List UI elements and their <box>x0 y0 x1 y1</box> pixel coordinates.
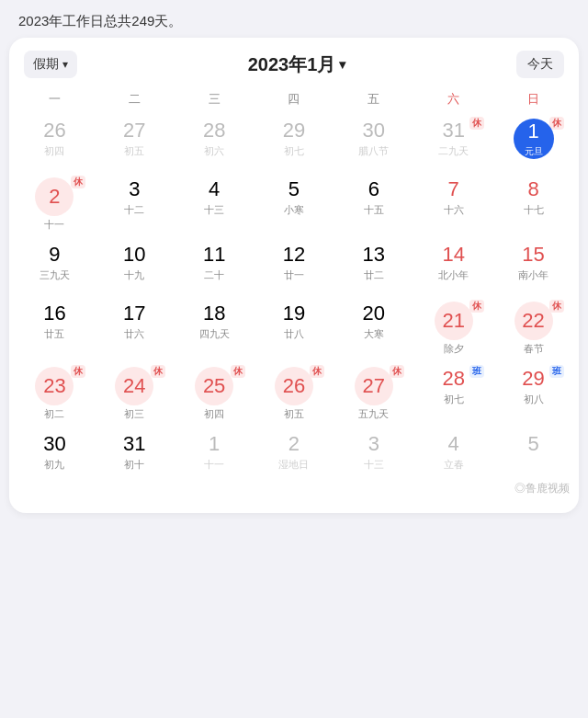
rest-badge: 休 <box>549 300 564 313</box>
day-cell[interactable]: 30腊八节 <box>334 115 413 172</box>
day-number: 4 <box>209 177 220 201</box>
day-cell[interactable]: 4十三 <box>175 174 254 237</box>
day-number: 30 <box>43 432 65 456</box>
rest-badge: 休 <box>469 300 484 313</box>
day-cell[interactable]: 7十六 <box>413 174 493 237</box>
day-lunar: 十五 <box>364 203 384 217</box>
weekday-label: 四 <box>254 87 334 111</box>
day-cell[interactable]: 8十七 <box>493 174 573 237</box>
day-number: 3 <box>368 432 379 456</box>
day-cell[interactable]: 1十一 <box>175 428 254 485</box>
day-number: 13 <box>363 243 385 267</box>
day-cell[interactable]: 休31二九天 <box>413 115 493 172</box>
day-cell[interactable]: 11二十 <box>175 239 254 296</box>
day-cell[interactable]: 休2十一 <box>15 174 95 237</box>
day-cell[interactable]: 10十九 <box>95 239 175 296</box>
day-cell[interactable]: 休1元旦 <box>493 115 573 172</box>
weekday-label: 一 <box>15 87 95 111</box>
day-lunar: 初五 <box>284 407 304 421</box>
day-number: 11 <box>203 243 225 267</box>
day-lunar: 四九天 <box>199 327 230 341</box>
weekday-label: 三 <box>175 87 254 111</box>
month-title[interactable]: 2023年1月 ▾ <box>248 52 346 77</box>
day-cell[interactable]: 30初九 <box>15 428 95 485</box>
day-cell[interactable]: 班28初七 <box>413 363 493 427</box>
holiday-filter-button[interactable]: 假期 ▾ <box>24 51 77 78</box>
day-number: 26 <box>283 374 305 398</box>
holiday-circle: 23 <box>35 367 74 405</box>
day-lunar: 初八 <box>524 393 544 406</box>
day-number: 17 <box>123 302 145 325</box>
day-cell[interactable]: 19廿八 <box>254 298 334 361</box>
today-button[interactable]: 今天 <box>516 51 564 78</box>
day-cell[interactable]: 17廿六 <box>95 298 175 361</box>
day-cell[interactable]: 27初五 <box>95 115 175 172</box>
calendar-header: 假期 ▾ 2023年1月 ▾ 今天 <box>9 38 579 87</box>
day-lunar: 元旦 <box>525 145 543 158</box>
day-cell[interactable]: 20大寒 <box>334 298 413 361</box>
day-cell[interactable]: 休24初三 <box>95 363 175 427</box>
day-lunar: 十一 <box>204 458 224 472</box>
top-info-text: 2023年工作日总共249天。 <box>18 13 182 28</box>
day-cell[interactable]: 休25初四 <box>175 363 254 427</box>
rest-badge: 休 <box>390 365 404 378</box>
day-number: 21 <box>442 309 464 333</box>
day-cell[interactable]: 15南小年 <box>493 239 573 296</box>
day-number: 16 <box>43 302 65 325</box>
day-lunar: 廿二 <box>364 268 384 282</box>
day-number: 1 <box>527 120 538 143</box>
day-cell[interactable]: 16廿五 <box>15 298 95 361</box>
day-cell[interactable]: 休21除夕 <box>413 298 493 361</box>
day-cell[interactable]: 14北小年 <box>413 239 493 296</box>
weekday-label: 二 <box>95 87 175 111</box>
day-cell[interactable]: 29初七 <box>254 115 334 172</box>
day-lunar: 南小年 <box>518 268 548 282</box>
rest-badge: 休 <box>151 365 165 378</box>
day-number: 1 <box>209 432 220 456</box>
day-number: 14 <box>442 243 464 267</box>
holiday-circle: 22 <box>514 302 553 340</box>
holiday-circle: 2 <box>35 177 74 216</box>
day-lunar: 初四 <box>204 407 224 421</box>
day-cell[interactable]: 3十三 <box>334 428 413 485</box>
day-lunar: 湿地日 <box>278 458 309 472</box>
day-number: 12 <box>283 243 305 267</box>
day-cell[interactable]: 休26初五 <box>254 363 334 427</box>
day-cell[interactable]: 12廿一 <box>254 239 334 296</box>
day-cell[interactable]: 4立春 <box>413 428 493 485</box>
day-number: 22 <box>522 309 544 333</box>
day-cell[interactable]: 休27五九天 <box>334 363 413 427</box>
day-cell[interactable]: 6十五 <box>334 174 413 237</box>
day-cell[interactable]: 18四九天 <box>175 298 254 361</box>
day-cell[interactable]: 31初十 <box>95 428 175 485</box>
day-cell[interactable]: 26初四 <box>15 115 95 172</box>
day-lunar: 初九 <box>44 458 64 472</box>
day-cell[interactable]: 班29初八 <box>493 363 573 427</box>
chevron-down-icon-month: ▾ <box>339 57 345 72</box>
day-number: 27 <box>123 119 145 142</box>
day-cell[interactable]: 28初六 <box>175 115 254 172</box>
day-cell[interactable]: 5 <box>493 428 573 485</box>
day-lunar: 十九 <box>124 268 144 282</box>
day-number: 10 <box>123 243 145 267</box>
day-cell[interactable]: 5小寒 <box>254 174 334 237</box>
day-cell[interactable]: 9三九天 <box>15 239 95 296</box>
rest-badge: 休 <box>71 176 85 188</box>
day-number: 31 <box>442 119 464 142</box>
day-cell[interactable]: 13廿二 <box>334 239 413 296</box>
day-cell[interactable]: 休22春节 <box>493 298 573 361</box>
day-lunar: 初七 <box>284 144 304 158</box>
day-cell[interactable]: 休23初二 <box>15 363 95 427</box>
day-cell[interactable]: 3十二 <box>95 174 175 237</box>
day-number: 28 <box>203 119 225 142</box>
holiday-circle: 24 <box>115 367 153 405</box>
weekday-label: 六 <box>413 87 493 111</box>
day-number: 2 <box>49 185 60 209</box>
day-lunar: 初十 <box>124 458 144 472</box>
day-lunar: 小寒 <box>284 203 304 217</box>
day-lunar: 廿六 <box>124 327 144 341</box>
days-grid: 26初四27初五28初六29初七30腊八节休31二九天休1元旦休2十一3十二4十… <box>9 115 579 485</box>
day-number: 4 <box>448 432 459 456</box>
day-number: 18 <box>203 302 225 325</box>
day-cell[interactable]: 2湿地日 <box>254 428 334 485</box>
